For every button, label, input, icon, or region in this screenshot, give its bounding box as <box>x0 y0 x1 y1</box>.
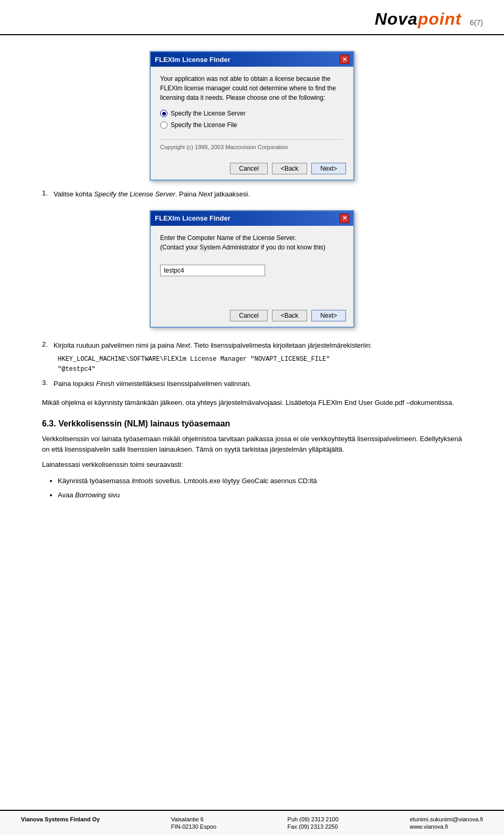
dialog1-window: FLEXlm License Finder ✕ Your application… <box>150 51 354 181</box>
bullet1-text-before: Käynnistä työasemassa <box>58 477 132 485</box>
footer-web: www.vianova.fi <box>410 823 483 830</box>
dialog2-body: Enter the Computer Name of the License S… <box>151 226 353 306</box>
dialog2-msg-line1: Enter the Computer Name of the License S… <box>160 234 296 242</box>
footer-fax-text: Fax (09) 2313 2250 <box>288 823 339 830</box>
section63-body1: Verkkolisenssin voi lainata työasemaan m… <box>42 434 462 456</box>
footer-company: Vianova Systems Finland Oy <box>21 816 100 830</box>
dialog1-message: Your application was not able to obtain … <box>160 74 344 102</box>
dialog2-server-input[interactable] <box>160 265 265 276</box>
step2-row: 2. Kirjoita ruutuun palvelimen nimi ja p… <box>42 340 462 351</box>
notice-paragraph: Mikäli ohjelma ei käynnisty tämänkään jä… <box>42 398 462 409</box>
dialog1-option1-label: Specify the License Server <box>171 110 246 117</box>
dialog1-cancel-button[interactable]: Cancel <box>230 163 267 174</box>
step1-italic2: Next <box>198 190 213 198</box>
step3-content: Paina lopuksi Finish viimeistelläksesi l… <box>54 379 251 389</box>
footer-phone-text: Puh (09) 2313 2100 <box>288 816 339 822</box>
footer-address: Vaisalantie 6 FIN-02130 Espoo <box>171 816 216 830</box>
dialog2-close-button[interactable]: ✕ <box>340 214 349 223</box>
step3-row: 3. Paina lopuksi Finish viimeistelläkses… <box>42 379 462 389</box>
registry-line1: HKEY_LOCAL_MACHINE\SOFTWARE\FLEXlm Licen… <box>58 354 462 364</box>
bullet2-italic: Borrowing <box>75 491 106 499</box>
bullet2-text-after: sivu <box>106 491 120 499</box>
dialog1-titlebar: FLEXlm License Finder ✕ <box>151 52 353 67</box>
dialog2-cancel-button[interactable]: Cancel <box>230 310 267 321</box>
step1-content: Valitse kohta Specify the License Server… <box>54 189 250 200</box>
dialog2-titlebar: FLEXlm License Finder ✕ <box>151 211 353 226</box>
dialog1-option1[interactable]: Specify the License Server <box>160 110 344 117</box>
dialog1-option2[interactable]: Specify the License File <box>160 121 344 129</box>
registry-line2: "@testpc4" <box>58 364 462 374</box>
step3-number: 3. <box>42 379 54 387</box>
dialog2-msg-line2: (Contact your System Administrator if yo… <box>160 244 326 251</box>
dialog2-footer: Cancel <Back Next> <box>151 306 353 327</box>
bullet1-text-after: sovellus. Lmtools.exe löytyy GeoCalc ase… <box>153 477 317 485</box>
bullet1-italic: lmtools <box>132 477 153 485</box>
dialog2-message: Enter the Computer Name of the License S… <box>160 233 344 252</box>
page-footer: Vianova Systems Finland Oy Vaisalantie 6… <box>0 810 504 835</box>
dialog2-window: FLEXlm License Finder ✕ Enter the Comput… <box>150 210 354 328</box>
step1-number: 1. <box>42 189 54 197</box>
step2-number: 2. <box>42 340 54 348</box>
section63-heading: 6.3. Verkkolisenssin (NLM) lainaus työas… <box>42 419 462 429</box>
dialog1-close-button[interactable]: ✕ <box>340 55 349 64</box>
footer-email: etunimi.sukunimi@vianova.fi <box>410 816 483 822</box>
main-content: FLEXlm License Finder ✕ Your application… <box>0 35 504 818</box>
dialog2-title: FLEXlm License Finder <box>155 214 230 222</box>
dialog1-back-button[interactable]: <Back <box>272 163 308 174</box>
bullet-list: Käynnistä työasemassa lmtools sovellus. … <box>58 476 462 501</box>
bullet-item-2: Avaa Borrowing sivu <box>58 490 462 501</box>
dialog1-title: FLEXlm License Finder <box>155 56 230 64</box>
step2-content: Kirjoita ruutuun palvelimen nimi ja pain… <box>54 340 372 351</box>
step1-row: 1. Valitse kohta Specify the License Ser… <box>42 189 462 200</box>
page-number: 6(7) <box>470 18 483 29</box>
radio1-selected[interactable] <box>160 110 167 117</box>
step2-italic: Next <box>176 341 190 349</box>
footer-address-line1: Vaisalantie 6 <box>171 816 216 822</box>
logo: Novapoint <box>375 9 461 29</box>
dialog2-back-button[interactable]: <Back <box>272 310 308 321</box>
notice-text: Mikäli ohjelma ei käynnisty tämänkään jä… <box>42 399 454 406</box>
footer-company-name: Vianova Systems Finland Oy <box>21 816 100 822</box>
footer-phone: Puh (09) 2313 2100 Fax (09) 2313 2250 <box>288 816 339 830</box>
footer-contact: etunimi.sukunimi@vianova.fi www.vianova.… <box>410 816 483 830</box>
dialog1-option2-label: Specify the License File <box>171 121 237 129</box>
bullet-item-1: Käynnistä työasemassa lmtools sovellus. … <box>58 476 462 487</box>
registry-block: HKEY_LOCAL_MACHINE\SOFTWARE\FLEXlm Licen… <box>58 354 462 374</box>
dialog1-footer: Cancel <Back Next> <box>151 159 353 180</box>
dialog2-container: FLEXlm License Finder ✕ Enter the Comput… <box>42 210 462 333</box>
dialog1-body: Your application was not able to obtain … <box>151 67 353 159</box>
dialog1-container: FLEXlm License Finder ✕ Your application… <box>42 51 462 186</box>
section63-body2: Lainatessasi verkkolisenssin toimi seura… <box>42 460 462 471</box>
step3-italic: Finish <box>96 380 114 388</box>
dialog2-next-button[interactable]: Next> <box>311 310 346 321</box>
step1-italic1: Specify the License Server <box>94 190 175 198</box>
dialog1-next-button[interactable]: Next> <box>311 163 346 174</box>
radio2-unselected[interactable] <box>160 121 167 129</box>
page-header: Novapoint 6(7) <box>0 0 504 35</box>
bullet2-text-before: Avaa <box>58 491 75 499</box>
footer-address-line2: FIN-02130 Espoo <box>171 823 216 830</box>
dialog1-copyright: Copyright (c) 1999, 2003 Macrovision Cor… <box>160 139 344 150</box>
